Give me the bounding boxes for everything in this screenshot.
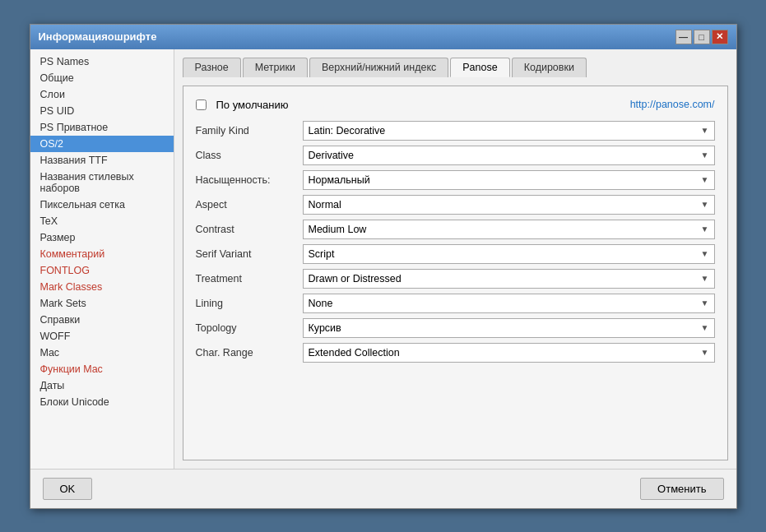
field-value-8: Курсив: [309, 322, 341, 334]
form-row-8: TopologyКурсив▼: [196, 318, 715, 338]
sidebar-item-comment[interactable]: Комментарий: [30, 246, 174, 262]
form-row-1: ClassDerivative▼: [196, 146, 715, 165]
form-row-9: Char. RangeExtended Collection▼: [196, 343, 715, 363]
field-value-6: Drawn or Distressed: [309, 273, 402, 285]
tabs-bar: РазноеМетрикиВерхний/нижний индексPanose…: [183, 58, 728, 77]
ok-button[interactable]: OK: [43, 478, 93, 500]
field-value-3: Normal: [309, 199, 341, 210]
field-label-0: Family Kind: [196, 125, 303, 136]
sidebar-item-spravki[interactable]: Справки: [30, 312, 174, 328]
tab-content-panose: По умолчанию http://panose.com/ Family K…: [183, 86, 728, 460]
panose-link[interactable]: http://panose.com/: [630, 99, 715, 110]
tab-kodировки[interactable]: Кодировки: [512, 58, 587, 77]
sidebar-item-names-style[interactable]: Названия стилевых наборов: [30, 169, 174, 197]
dropdown-arrow-icon-7: ▼: [701, 298, 709, 308]
field-select-8[interactable]: Курсив▼: [303, 318, 715, 338]
field-select-3[interactable]: Normal▼: [303, 195, 715, 215]
title-bar-buttons: — □ ✕: [675, 30, 728, 44]
field-select-4[interactable]: Medium Low▼: [303, 220, 715, 239]
sidebar-item-razmer[interactable]: Размер: [30, 229, 174, 246]
field-label-7: Lining: [196, 298, 303, 309]
dropdown-arrow-icon-9: ▼: [701, 348, 709, 357]
field-value-2: Нормальный: [309, 174, 370, 186]
dropdown-arrow-icon-3: ▼: [701, 200, 709, 209]
sidebar-item-tex[interactable]: TeX: [30, 213, 174, 229]
default-label: По умолчанию: [216, 99, 289, 111]
sidebar-item-ps-uid[interactable]: PS UID: [30, 103, 174, 119]
form-row-4: ContrastMedium Low▼: [196, 220, 715, 239]
sidebar-item-mark-classes[interactable]: Mark Classes: [30, 279, 174, 295]
sidebar-item-unicode-blocks[interactable]: Блоки Unicode: [30, 394, 174, 410]
field-select-0[interactable]: Latin: Decorative▼: [303, 121, 715, 141]
sidebar-item-names-ttf[interactable]: Названия TTF: [30, 152, 174, 169]
field-value-5: Script: [309, 248, 335, 260]
field-label-2: Насыщенность:: [196, 174, 303, 186]
field-value-0: Latin: Decorative: [309, 125, 386, 136]
content-area: PS NamesОбщиеСлоиPS UIDPS ПриватноеOS/2Н…: [30, 49, 736, 469]
field-label-4: Contrast: [196, 224, 303, 235]
title-bar: Информацияошрифте — □ ✕: [30, 25, 736, 49]
form-row-2: Насыщенность:Нормальный▼: [196, 170, 715, 190]
sidebar-item-mac-functions[interactable]: Функции Mac: [30, 361, 174, 377]
dropdown-arrow-icon-2: ▼: [701, 175, 709, 184]
sidebar-item-daty[interactable]: Даты: [30, 377, 174, 394]
bottom-bar: OK Отменить: [30, 469, 736, 508]
form-row-5: Serif VariantScript▼: [196, 244, 715, 264]
dialog-title: Информацияошрифте: [39, 30, 157, 43]
field-select-1[interactable]: Derivative▼: [303, 146, 715, 165]
form-row-0: Family KindLatin: Decorative▼: [196, 121, 715, 141]
tab-panose[interactable]: Panose: [450, 58, 509, 77]
minimize-button[interactable]: —: [675, 30, 692, 44]
dropdown-arrow-icon-6: ▼: [701, 274, 709, 283]
field-select-9[interactable]: Extended Collection▼: [303, 343, 715, 363]
field-label-3: Aspect: [196, 199, 303, 210]
field-value-1: Derivative: [309, 150, 355, 161]
form-row-7: LiningNone▼: [196, 294, 715, 313]
maximize-button[interactable]: □: [694, 30, 710, 44]
field-label-9: Char. Range: [196, 347, 303, 359]
sidebar-item-fontlog[interactable]: FONTLOG: [30, 262, 174, 279]
sidebar-item-mac[interactable]: Mac: [30, 345, 174, 361]
field-select-7[interactable]: None▼: [303, 294, 715, 313]
dropdown-arrow-icon-5: ▼: [701, 249, 709, 258]
dialog-window: Информацияошрифте — □ ✕ PS NamesОбщиеСло…: [30, 24, 737, 509]
field-select-2[interactable]: Нормальный▼: [303, 170, 715, 190]
sidebar-item-os2[interactable]: OS/2: [30, 136, 174, 152]
close-button[interactable]: ✕: [712, 30, 728, 44]
dropdown-arrow-icon-1: ▼: [701, 150, 709, 160]
tab-raznoe[interactable]: Разное: [183, 58, 241, 77]
tab-metriki[interactable]: Метрики: [243, 58, 308, 77]
field-value-4: Medium Low: [309, 224, 367, 235]
field-value-9: Extended Collection: [309, 347, 400, 359]
field-label-5: Serif Variant: [196, 248, 303, 260]
field-label-1: Class: [196, 150, 303, 161]
field-label-6: Treatment: [196, 273, 303, 285]
cancel-button[interactable]: Отменить: [640, 478, 723, 500]
sidebar: PS NamesОбщиеСлоиPS UIDPS ПриватноеOS/2Н…: [30, 49, 174, 469]
sidebar-item-sloi[interactable]: Слои: [30, 86, 174, 103]
sidebar-item-obshie[interactable]: Общие: [30, 70, 174, 86]
dropdown-arrow-icon-0: ▼: [701, 126, 709, 135]
sidebar-item-woff[interactable]: WOFF: [30, 328, 174, 345]
fields-container: Family KindLatin: Decorative▼ClassDeriva…: [196, 121, 715, 363]
top-row: По умолчанию http://panose.com/: [196, 99, 715, 111]
default-checkbox-row: По умолчанию: [196, 99, 630, 111]
tab-index[interactable]: Верхний/нижний индекс: [309, 58, 448, 77]
main-panel: РазноеМетрикиВерхний/нижний индексPanose…: [174, 49, 736, 469]
form-row-6: TreatmentDrawn or Distressed▼: [196, 269, 715, 289]
field-select-5[interactable]: Script▼: [303, 244, 715, 264]
sidebar-item-pixel-grid[interactable]: Пиксельная сетка: [30, 197, 174, 213]
default-checkbox[interactable]: [196, 99, 207, 110]
form-row-3: AspectNormal▼: [196, 195, 715, 215]
dropdown-arrow-icon-4: ▼: [701, 224, 709, 234]
field-select-6[interactable]: Drawn or Distressed▼: [303, 269, 715, 289]
field-label-8: Topology: [196, 322, 303, 334]
sidebar-item-ps-names[interactable]: PS Names: [30, 53, 174, 70]
sidebar-item-ps-private[interactable]: PS Приватное: [30, 119, 174, 136]
field-value-7: None: [309, 298, 333, 309]
dropdown-arrow-icon-8: ▼: [701, 323, 709, 332]
sidebar-item-mark-sets[interactable]: Mark Sets: [30, 295, 174, 312]
